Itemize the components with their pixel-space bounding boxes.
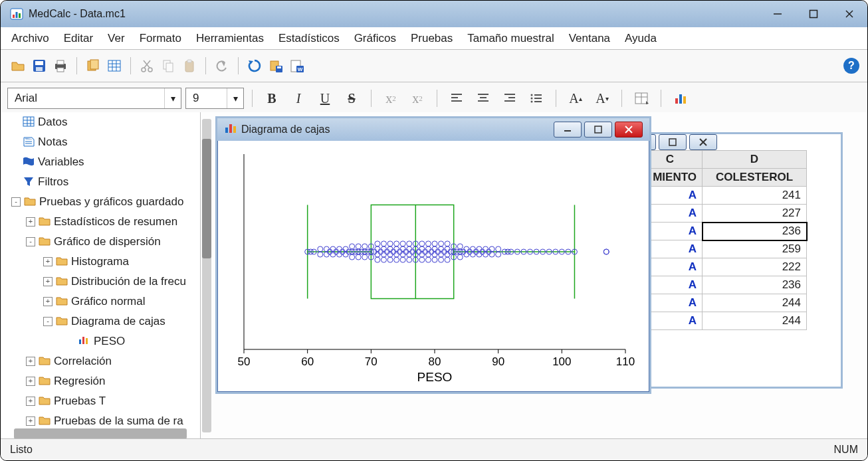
chart-window-titlebar[interactable]: Diagrama de cajas: [217, 118, 649, 141]
tree-item-label: Correlación: [54, 355, 112, 368]
open-icon[interactable]: [9, 56, 27, 75]
expand-toggle[interactable]: +: [43, 297, 53, 306]
minimize-button[interactable]: [769, 5, 786, 23]
align-center-button[interactable]: [472, 88, 494, 108]
menu-formato[interactable]: Formato: [140, 32, 181, 45]
maximize-button[interactable]: [659, 134, 687, 150]
save-icon[interactable]: [30, 56, 49, 75]
menu-archivo[interactable]: Archivo: [11, 32, 49, 45]
expand-toggle: [11, 118, 19, 126]
tree-item[interactable]: -Diagrama de cajas: [1, 313, 200, 330]
grid-cell[interactable]: 244: [703, 312, 807, 330]
tree-item[interactable]: -Gráfico de dispersión: [1, 233, 200, 250]
tree-item[interactable]: +Pruebas T: [1, 393, 200, 410]
menu-herramientas[interactable]: Herramientas: [196, 32, 264, 45]
tree-item[interactable]: +Estadísticos de resumen: [1, 213, 200, 230]
chevron-down-icon[interactable]: ▾: [164, 88, 181, 108]
subscript-button[interactable]: x2: [380, 88, 402, 108]
undo-icon[interactable]: [213, 56, 231, 75]
grid-cell[interactable]: 241: [703, 187, 807, 205]
maximize-button[interactable]: [805, 5, 822, 23]
superscript-button[interactable]: x2: [406, 88, 429, 108]
tree-item[interactable]: PESO: [1, 333, 200, 350]
tree-item[interactable]: Variables: [1, 153, 200, 171]
column-header[interactable]: D: [703, 151, 807, 169]
tree-item[interactable]: Notas: [1, 134, 200, 151]
vertical-scrollbar[interactable]: [202, 119, 211, 432]
underline-button[interactable]: U: [314, 88, 336, 108]
menu-ventana[interactable]: Ventana: [569, 32, 610, 45]
menu-ayuda[interactable]: Ayuda: [625, 32, 657, 45]
column-subheader[interactable]: COLESTEROL: [703, 169, 807, 187]
data-window-titlebar[interactable]: [628, 134, 841, 150]
font-size-combo[interactable]: 9 ▾: [185, 88, 244, 109]
strikethrough-button[interactable]: S: [340, 88, 363, 108]
horizontal-scrollbar[interactable]: [14, 428, 187, 439]
font-name-combo[interactable]: Arial ▾: [7, 88, 181, 109]
menu-tamaño muestral[interactable]: Tamaño muestral: [467, 32, 554, 45]
tree-item[interactable]: +Histograma: [1, 253, 200, 270]
tree-item[interactable]: +Correlación: [1, 353, 200, 370]
bold-button[interactable]: B: [261, 88, 283, 108]
export-word-icon[interactable]: W: [288, 56, 306, 75]
expand-toggle[interactable]: -: [26, 237, 35, 246]
decrease-font-button[interactable]: A▾: [591, 88, 613, 108]
expand-toggle[interactable]: +: [26, 416, 35, 426]
menu-estadísticos[interactable]: Estadísticos: [278, 32, 340, 45]
copy-icon[interactable]: [159, 56, 177, 75]
expand-toggle[interactable]: -: [11, 197, 21, 207]
grid-cell[interactable]: 259: [703, 240, 807, 258]
chart-button[interactable]: [669, 88, 692, 108]
expand-toggle[interactable]: +: [43, 277, 53, 286]
close-button[interactable]: [841, 5, 858, 23]
data-grid[interactable]: CD MIENTOCOLESTEROL A241A227A236A259A222…: [637, 150, 807, 330]
svg-point-133: [375, 241, 380, 246]
expand-toggle[interactable]: +: [26, 357, 35, 366]
close-button[interactable]: [689, 134, 717, 150]
expand-toggle[interactable]: +: [26, 217, 35, 227]
minimize-button[interactable]: [554, 122, 582, 138]
grid-cell[interactable]: 236: [703, 276, 807, 294]
copy-sheet-icon[interactable]: [84, 56, 102, 75]
navigation-tree[interactable]: DatosNotasVariablesFiltros-Pruebas y grá…: [1, 112, 201, 439]
svg-point-150: [394, 252, 399, 257]
refresh-icon[interactable]: [245, 56, 264, 75]
grid-cell[interactable]: 227: [703, 205, 807, 223]
grid-icon[interactable]: [105, 56, 124, 75]
align-left-button[interactable]: [445, 88, 468, 108]
expand-toggle[interactable]: -: [43, 317, 53, 326]
tree-item[interactable]: +Gráfico normal: [1, 293, 200, 310]
align-right-button[interactable]: [498, 88, 521, 108]
chevron-down-icon[interactable]: ▾: [227, 88, 243, 108]
expand-toggle[interactable]: +: [26, 397, 35, 406]
tree-item[interactable]: Datos: [1, 114, 200, 131]
expand-toggle[interactable]: +: [43, 257, 53, 266]
chart-window[interactable]: Diagrama de cajas 5060708090100110PESO: [215, 116, 651, 394]
tree-item-label: Gráfico normal: [71, 295, 145, 308]
grid-cell[interactable]: 236: [703, 223, 807, 240]
print-icon[interactable]: [51, 56, 70, 75]
increase-font-button[interactable]: A▴: [564, 88, 587, 108]
tree-item[interactable]: Filtros: [1, 173, 200, 191]
italic-button[interactable]: I: [287, 88, 310, 108]
maximize-button[interactable]: [584, 122, 612, 138]
close-button[interactable]: [615, 122, 643, 138]
expand-toggle[interactable]: +: [26, 377, 35, 386]
grid-cell[interactable]: 244: [703, 294, 807, 312]
menu-ver[interactable]: Ver: [108, 32, 125, 45]
tree-item[interactable]: -Pruebas y gráficos guardado: [1, 193, 200, 211]
list-button[interactable]: [525, 88, 548, 108]
tree-item[interactable]: +Pruebas de la suma de ra: [1, 413, 200, 430]
menu-pruebas[interactable]: Pruebas: [411, 32, 453, 45]
grid-cell[interactable]: 222: [703, 258, 807, 276]
table-button[interactable]: [630, 88, 653, 108]
menu-editar[interactable]: Editar: [64, 32, 93, 45]
data-window[interactable]: CD MIENTOCOLESTEROL A241A227A236A259A222…: [626, 132, 843, 389]
paste-icon[interactable]: [180, 56, 199, 75]
tree-item[interactable]: +Regresión: [1, 373, 200, 390]
menu-gráficos[interactable]: Gráficos: [354, 32, 396, 45]
help-button[interactable]: ?: [843, 58, 859, 74]
cut-icon[interactable]: [138, 56, 156, 75]
save-data-icon[interactable]: [267, 56, 285, 75]
tree-item[interactable]: +Distribución de la frecu: [1, 273, 200, 290]
